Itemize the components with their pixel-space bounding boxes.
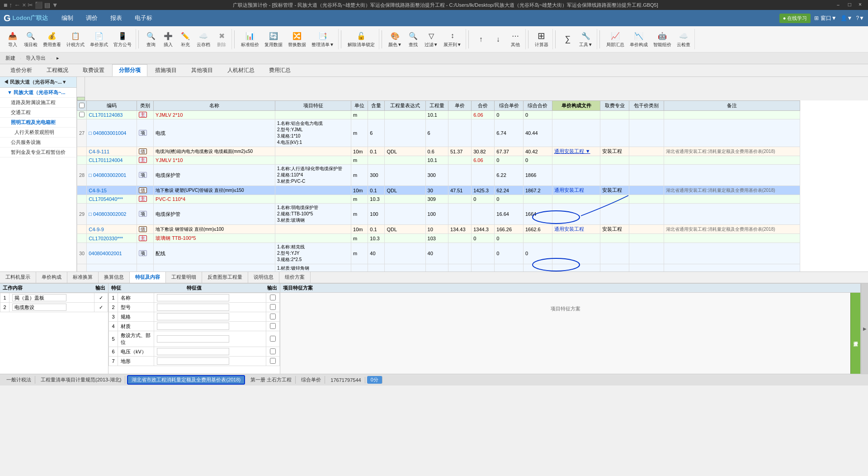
up-btn[interactable]: ↑ bbox=[473, 33, 489, 46]
table-row[interactable]: C4-9-111 借 电缆沟(槽)箱内电力电缆敷设 电缆截面(mm2)≤50 1… bbox=[77, 147, 800, 156]
work-content-input-1[interactable] bbox=[9, 293, 94, 303]
color-btn[interactable]: 🎨 颜色▼ bbox=[386, 29, 404, 49]
feature-value-input-3[interactable] bbox=[157, 313, 229, 320]
user-menu[interactable]: 👤▼ bbox=[840, 15, 853, 21]
expand-btn[interactable]: ↕ 展开到▼ bbox=[441, 29, 464, 49]
status-price-type[interactable]: 综合单价 bbox=[297, 376, 325, 384]
status-quota-standard[interactable]: 工程量清单项目计量规范(2013-湖北) bbox=[37, 376, 125, 384]
unit-price-compose-btn[interactable]: 📉 单价构成 bbox=[627, 29, 650, 49]
table-row-selected[interactable]: C4-9-15 借 地下敷设 硬塑(UPVC)管铺设 直径(mm)≤150 10… bbox=[77, 186, 800, 195]
tax-method-btn[interactable]: 📋 计税方式 bbox=[64, 29, 87, 49]
down-btn[interactable]: ↓ bbox=[490, 33, 506, 46]
status-tax-method[interactable]: 一般计税法 bbox=[3, 376, 35, 384]
feature-value-input-2[interactable] bbox=[157, 304, 229, 311]
feature-value-input-1[interactable] bbox=[157, 294, 229, 301]
query-btn[interactable]: 🔍 查询 bbox=[143, 29, 159, 49]
feature-value-input-4[interactable] bbox=[157, 323, 229, 330]
unit-price-form-btn[interactable]: 📄 单价形式 bbox=[88, 29, 110, 49]
replace-data-btn[interactable]: 🔀 替换数据 bbox=[286, 29, 308, 49]
feature-row-1[interactable]: 1 名称 bbox=[109, 293, 280, 303]
feature-row-2[interactable]: 2 型号 bbox=[109, 303, 280, 312]
import-export-btn[interactable]: 导入导出 bbox=[24, 54, 47, 62]
local-summary-btn[interactable]: 📈 局部汇总 bbox=[604, 29, 627, 49]
tab-feature-content[interactable]: 特征及内容 bbox=[130, 272, 166, 283]
row-checkbox[interactable] bbox=[79, 112, 85, 117]
tab-project-overview[interactable]: 工程概况 bbox=[40, 64, 75, 76]
work-content-field-2[interactable] bbox=[12, 304, 66, 311]
select-all-checkbox[interactable] bbox=[79, 103, 85, 108]
feature-row-4[interactable]: 4 材质 bbox=[109, 322, 280, 331]
menu-item-baobiao[interactable]: 报表 bbox=[104, 11, 128, 25]
feature-value-input-5[interactable] bbox=[157, 335, 229, 343]
data-table-wrapper[interactable]: 编码 类别 名称 项目特征 单位 含量 工程量表达式 工程量 单价 合价 综合单… bbox=[77, 100, 868, 271]
other-btn[interactable]: ⋯ 其他 bbox=[507, 29, 524, 49]
cloud-check-btn[interactable]: ☁️ 云检查 bbox=[675, 29, 693, 49]
tab-quantity-detail[interactable]: 工程量明细 bbox=[166, 272, 202, 283]
feature-checkbox-2[interactable] bbox=[270, 304, 276, 310]
organize-list-btn[interactable]: 📑 整理清单▼ bbox=[309, 29, 336, 49]
table-row[interactable]: 29 □ 040803002002 项 电缆保护管 1.名称:弱电缆保护管 2.… bbox=[77, 204, 800, 225]
fee-view-btn[interactable]: 💰 费用查看 bbox=[41, 29, 63, 49]
feature-row-5[interactable]: 5 敷设方式、部位 bbox=[109, 331, 280, 347]
feature-value-input-7[interactable] bbox=[157, 357, 229, 365]
sidebar-item-lighting[interactable]: 照明工程及光电箱柜 bbox=[0, 118, 76, 128]
calculator-btn[interactable]: ⊞ 计算器 bbox=[533, 29, 551, 49]
status-score[interactable]: 0分 bbox=[367, 376, 382, 384]
table-row[interactable]: CL17020330*** 主 玻璃钢 TTB-100*5 m 10.3 103… bbox=[77, 234, 800, 243]
standard-price-btn[interactable]: 📊 标准组价 bbox=[239, 29, 261, 49]
feature-value-3[interactable] bbox=[154, 312, 266, 322]
feature-checkbox-4[interactable] bbox=[270, 323, 276, 329]
tab-fee-settings[interactable]: 取费设置 bbox=[76, 64, 111, 76]
tab-parts-items[interactable]: 分部分项 bbox=[112, 64, 147, 76]
status-fee-base[interactable]: 湖北省市政工程消耗量定额及全费用基价表(2018) bbox=[127, 375, 245, 385]
feature-value-2[interactable] bbox=[154, 303, 266, 312]
feature-value-7[interactable] bbox=[154, 357, 266, 366]
smart-price-btn[interactable]: 🤖 智能组价 bbox=[651, 29, 674, 49]
work-content-field-1[interactable] bbox=[12, 294, 66, 301]
project-check-btn[interactable]: 🔍 项目检 bbox=[22, 29, 40, 49]
reuse-data-btn[interactable]: 🔄 复用数据 bbox=[262, 29, 285, 49]
table-row[interactable]: 28 □ 040803002001 项 电缆保护管 1.名称:人行道/绿化带电缆… bbox=[77, 165, 800, 186]
feature-checkbox-1[interactable] bbox=[270, 295, 276, 300]
find-btn[interactable]: 🔍 查找 bbox=[405, 29, 421, 49]
cloud-archive-btn[interactable]: ☁️ 云存档 bbox=[194, 29, 212, 49]
feature-row-3[interactable]: 3 规格 bbox=[109, 312, 280, 322]
table-row[interactable]: C4-9-9 借 地下敷设 钢管铺设 直径(mm)≤100 10m 0.1 QD… bbox=[77, 225, 800, 234]
table-row[interactable]: CL17054040*** 主 PVC-C 110*4 m 10.3 309 0… bbox=[77, 195, 800, 204]
feature-value-1[interactable] bbox=[154, 293, 266, 303]
feature-checkbox-7[interactable] bbox=[270, 358, 276, 364]
sidebar-header[interactable]: ◀ 民族大道（光谷环岛~...▼ bbox=[0, 77, 76, 88]
tab-back-find-graphic[interactable]: 反查图形工程量 bbox=[202, 272, 248, 283]
feature-checkbox-5[interactable] bbox=[270, 336, 276, 342]
tab-unit-price-compose[interactable]: 单价构成 bbox=[36, 272, 67, 283]
table-row[interactable]: 30 040804002001 项 配线 1.名称:精克线 2.型号:YJY 3… bbox=[77, 243, 800, 264]
tab-labor-machine[interactable]: 人机材汇总 bbox=[221, 64, 261, 76]
online-study-btn[interactable]: ● 在线学习 bbox=[779, 14, 811, 23]
supplement-btn[interactable]: ✏️ 补充 bbox=[177, 29, 193, 49]
tab-conversion-info[interactable]: 换算信息 bbox=[99, 272, 130, 283]
sidebar-item-traffic[interactable]: 交通工程 bbox=[0, 108, 76, 118]
official-account-btn[interactable]: 📱 官方公号 bbox=[111, 29, 134, 49]
close-btn[interactable]: × bbox=[856, 1, 864, 9]
right-collapse-btn[interactable]: ▶ bbox=[861, 284, 868, 374]
unlock-list-btn[interactable]: 🔓 解除清单锁定 bbox=[345, 29, 377, 49]
sub-more-btn[interactable]: ▸ bbox=[55, 55, 61, 62]
personal-plan-btn[interactable]: 个人方案管理 bbox=[850, 293, 860, 374]
tab-cost-analysis[interactable]: 造价分析 bbox=[4, 64, 39, 76]
filter-btn[interactable]: ▽ 过滤▼ bbox=[422, 29, 440, 49]
tab-labor-machine-display[interactable]: 工料机显示 bbox=[0, 272, 36, 283]
sidebar-item-road[interactable]: 道路及附属设施工程 bbox=[0, 98, 76, 108]
feature-checkbox-6[interactable] bbox=[270, 348, 276, 354]
sigma-btn[interactable]: ∑ bbox=[560, 33, 576, 46]
sidebar-item-public[interactable]: 公共服务设施 bbox=[0, 138, 76, 148]
minimize-btn[interactable]: － bbox=[833, 1, 844, 9]
feature-value-4[interactable] bbox=[154, 322, 266, 331]
tab-fee-summary[interactable]: 费用汇总 bbox=[262, 64, 297, 76]
status-chapter[interactable]: 第一册 土石方工程 bbox=[247, 376, 296, 384]
feature-checkbox-3[interactable] bbox=[270, 314, 276, 319]
feature-value-5[interactable] bbox=[154, 331, 266, 347]
tools-btn[interactable]: 🔧 工具▼ bbox=[577, 29, 595, 49]
group-label[interactable]: 整个项目 bbox=[77, 97, 85, 100]
help-menu[interactable]: ?▼ bbox=[856, 15, 864, 21]
table-row[interactable]: CL1701124083 主 YJMLV 2*10 m 10.1 6.06 0 … bbox=[77, 111, 800, 119]
